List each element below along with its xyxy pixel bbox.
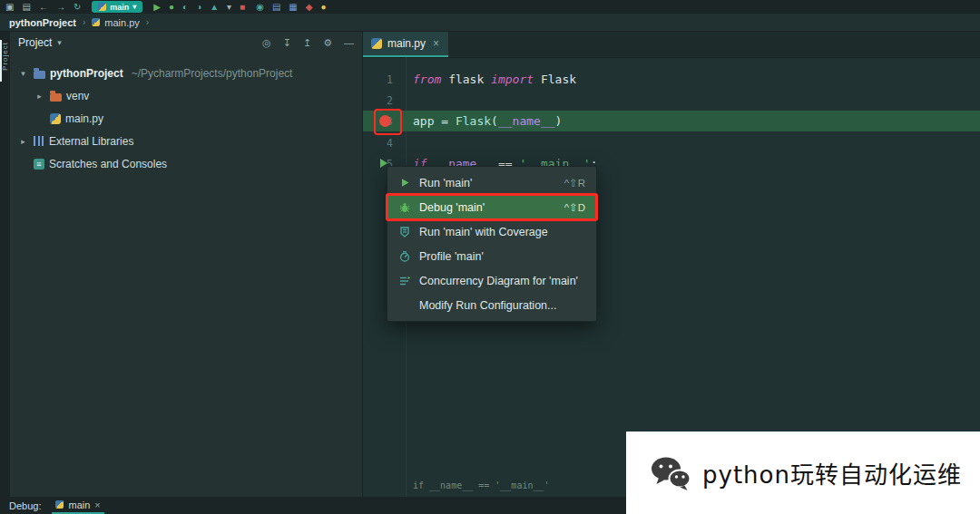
debug-bar-label: Debug: bbox=[9, 500, 41, 511]
menu-item-concurrency-label: Concurrency Diagram for 'main' bbox=[419, 275, 578, 287]
code-token: Flask bbox=[456, 114, 491, 128]
forward-icon[interactable]: → bbox=[56, 3, 65, 12]
concurrency-icon bbox=[398, 276, 411, 286]
run-icon bbox=[398, 178, 411, 188]
chevron-down-icon[interactable]: ▾ bbox=[57, 38, 62, 47]
menu-shortcut: ^⇧D bbox=[564, 201, 585, 214]
run-context-menu: Run 'main'^⇧RDebug 'main'^⇧DRun 'main' w… bbox=[387, 166, 597, 322]
project-panel-title[interactable]: Project bbox=[18, 36, 52, 49]
folder-icon bbox=[50, 93, 62, 102]
run-config-select[interactable]: main ▾ bbox=[92, 1, 142, 13]
tree-item-main-py[interactable]: main.py bbox=[10, 107, 362, 130]
project-stripe-tab[interactable]: Project bbox=[1, 42, 9, 71]
python-icon bbox=[371, 38, 382, 49]
back-icon[interactable]: ← bbox=[39, 3, 48, 12]
close-icon[interactable]: × bbox=[433, 37, 439, 50]
close-icon[interactable]: × bbox=[94, 499, 100, 510]
grid-icon[interactable]: ▦ bbox=[289, 3, 297, 12]
tab-label: main.py bbox=[387, 37, 426, 50]
python-icon bbox=[92, 18, 100, 26]
sync-icon[interactable]: ◉ bbox=[256, 3, 264, 12]
menu-item-profile[interactable]: Profile 'main' bbox=[387, 244, 596, 268]
code-token: app bbox=[413, 114, 441, 128]
chevron-icon[interactable]: ▾ bbox=[17, 69, 29, 78]
concurrency-icon[interactable]: ▲ bbox=[210, 3, 219, 12]
code-token: Flask bbox=[534, 73, 576, 86]
code-line[interactable]: 4 bbox=[362, 132, 980, 153]
menu-item-coverage[interactable]: Run 'main' with Coverage bbox=[387, 219, 596, 244]
code-token: = bbox=[441, 114, 456, 128]
chevron-right-icon: › bbox=[146, 17, 149, 27]
main-toolbar: ▣▤←→↻ main ▾ ▶●◐◑▲▾■ ◉▤▦◆● bbox=[0, 0, 980, 14]
run-config-label: main bbox=[110, 3, 129, 12]
tree-item-external-libraries[interactable]: ▸External Libraries bbox=[10, 130, 362, 152]
line-number: 2 bbox=[362, 94, 393, 107]
chevron-right-icon: › bbox=[83, 17, 85, 27]
code-line[interactable]: 2 bbox=[362, 90, 980, 111]
chevron-down-icon[interactable]: ▾ bbox=[227, 3, 231, 12]
debug-tab-label: main bbox=[68, 499, 90, 510]
chevron-down-icon: ▾ bbox=[132, 3, 136, 11]
menu-item-debug[interactable]: Debug 'main'^⇧D bbox=[387, 195, 596, 219]
tree-item-venv[interactable]: ▸venv bbox=[10, 84, 362, 107]
settings-icon[interactable]: ⚙ bbox=[323, 38, 332, 48]
libraries-icon bbox=[34, 136, 44, 146]
menu-item-coverage-label: Run 'main' with Coverage bbox=[419, 226, 548, 238]
hide-icon[interactable]: — bbox=[344, 38, 354, 48]
breakpoint-icon[interactable] bbox=[379, 115, 391, 127]
database-icon[interactable]: ▤ bbox=[272, 3, 280, 12]
menu-item-run[interactable]: Run 'main'^⇧R bbox=[387, 170, 596, 195]
line-number: 4 bbox=[362, 137, 393, 150]
profile-icon[interactable]: ◑ bbox=[196, 3, 201, 12]
code-line[interactable]: 3app = Flask(__name__) bbox=[362, 111, 980, 131]
plugin-icon[interactable]: ◆ bbox=[306, 3, 313, 12]
tool-window-stripe: Project bbox=[0, 31, 10, 497]
tree-item-external-libraries-label: External Libraries bbox=[49, 135, 133, 148]
code-token: __name__ bbox=[498, 114, 555, 128]
tab-main-py[interactable]: main.py × bbox=[362, 31, 448, 57]
python-dot-icon[interactable]: ● bbox=[321, 3, 327, 12]
toolbar-run-group: ▶●◐◑▲▾■ bbox=[153, 3, 245, 12]
code-hint: if __name__ == '__main__' bbox=[413, 480, 550, 490]
menu-item-run-label: Run 'main' bbox=[419, 177, 472, 189]
tree-item-venv-label: venv bbox=[66, 90, 89, 102]
open-icon[interactable]: ▤ bbox=[22, 3, 30, 12]
chevron-icon[interactable]: ▸ bbox=[34, 92, 45, 101]
project-panel-header: Project ▾ ◎↧↥⚙— bbox=[10, 31, 362, 54]
run-icon[interactable]: ▶ bbox=[153, 3, 161, 12]
expand-all-icon[interactable]: ↧ bbox=[283, 38, 291, 48]
code-token: ( bbox=[491, 114, 498, 128]
tree-item-main-py-label: main.py bbox=[65, 112, 103, 125]
watermark: python玩转自动化运维 bbox=[626, 432, 980, 514]
collapse-all-icon[interactable]: ↥ bbox=[303, 38, 311, 48]
tree-item-scratches[interactable]: Scratches and Consoles bbox=[10, 152, 362, 175]
toolbar-left-group: ▣▤←→↻ bbox=[5, 3, 81, 12]
breadcrumb-main-py[interactable]: main.py bbox=[92, 17, 140, 28]
project-path: ~/PycharmProjects/pythonProject bbox=[132, 67, 293, 80]
menu-item-concurrency[interactable]: Concurrency Diagram for 'main' bbox=[387, 268, 596, 293]
coverage-icon[interactable]: ◐ bbox=[182, 3, 188, 12]
python-icon bbox=[50, 113, 61, 124]
tab-debug-main[interactable]: main × bbox=[52, 497, 103, 514]
code-text: from flask import Flask bbox=[393, 73, 576, 86]
line-number: 1 bbox=[362, 73, 393, 86]
watermark-text: python玩转自动化运维 bbox=[702, 456, 962, 490]
debug-icon[interactable]: ● bbox=[169, 3, 174, 12]
tree-item-python-project[interactable]: ▾pythonProject~/PycharmProjects/pythonPr… bbox=[10, 62, 362, 84]
menu-item-modify-run-configuration[interactable]: Modify Run Configuration... bbox=[387, 293, 596, 317]
editor-tab-bar: main.py × bbox=[362, 31, 980, 58]
locate-icon[interactable]: ◎ bbox=[262, 38, 271, 48]
chevron-icon[interactable]: ▸ bbox=[17, 137, 29, 146]
breadcrumb-python-project[interactable]: pythonProject bbox=[9, 17, 76, 28]
save-icon[interactable]: ▣ bbox=[5, 3, 14, 12]
tree-item-scratches-label: Scratches and Consoles bbox=[49, 158, 167, 170]
menu-shortcut: ^⇧R bbox=[564, 177, 585, 189]
profile-icon bbox=[398, 251, 411, 262]
code-line[interactable]: 1from flask import Flask bbox=[362, 69, 980, 90]
stop-icon[interactable]: ■ bbox=[240, 3, 245, 12]
python-icon bbox=[55, 500, 64, 509]
refresh-icon[interactable]: ↻ bbox=[74, 3, 81, 12]
code-token: ) bbox=[555, 114, 563, 128]
debug-icon bbox=[398, 202, 411, 213]
project-panel-toolbar: ◎↧↥⚙— bbox=[262, 38, 354, 48]
